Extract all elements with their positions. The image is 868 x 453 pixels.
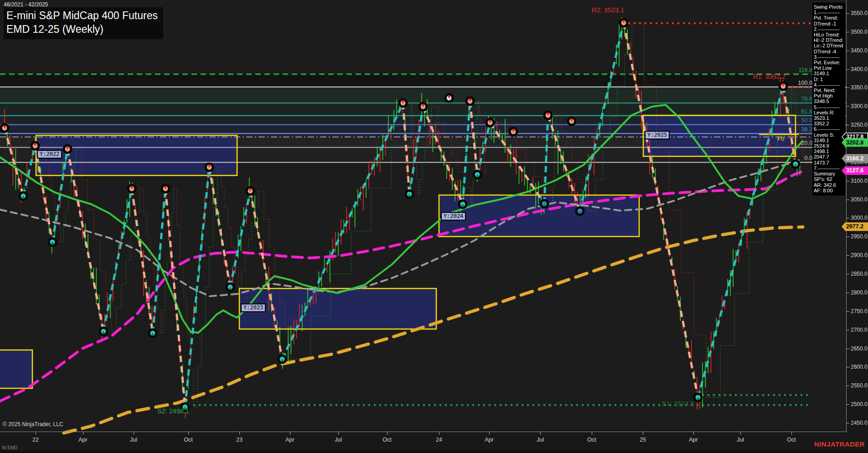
- swing-pivots-line: 3149.1: [812, 71, 845, 76]
- ninjatrader-window: { "header": { "date_range": "46/2021 - 4…: [0, 0, 868, 453]
- pivot-level-label: S1: 2524.9: [662, 400, 694, 407]
- time-tick-label: Jul: [328, 437, 348, 443]
- series-tag: W EMD: [2, 445, 17, 450]
- price-tick: [846, 423, 849, 423]
- price-tick-label: 2700.0: [851, 327, 868, 333]
- swing-pivots-line: AR: 342.6: [812, 182, 845, 188]
- bottom-strip: [0, 451, 868, 453]
- chart-canvas[interactable]: [0, 0, 868, 453]
- price-tick: [846, 69, 849, 70]
- price-badge: 3202.8: [842, 138, 868, 147]
- price-tick-label: 2950.0: [851, 233, 868, 240]
- price-tick-label: 3400.0: [851, 66, 868, 72]
- price-tick-label: 3350.0: [851, 84, 868, 91]
- price-tick: [846, 293, 849, 293]
- contract-title: EMD 12-25 (Weekly): [6, 22, 158, 36]
- price-badge-value: 3202.8: [842, 139, 868, 146]
- pivot-level-label: R1: 3352.2: [753, 73, 785, 80]
- swing-pivots-line: 5.-------------: [812, 104, 845, 110]
- price-tick: [846, 218, 849, 218]
- time-tick: [36, 432, 36, 435]
- time-tick-label: 24: [429, 437, 449, 443]
- time-tick: [439, 432, 439, 435]
- time-tick-label: 25: [633, 437, 653, 443]
- swing-pivots-line: HiLo Trend:: [812, 32, 845, 37]
- swing-pivots-line: AF: 8.00: [812, 188, 845, 193]
- swing-pivots-line: Summary: [812, 171, 845, 176]
- swing-pivots-line: Pvt. Trend:: [812, 15, 845, 21]
- price-badge-value: 3127.6: [842, 167, 868, 174]
- price-tick-label: 3300.0: [851, 103, 868, 109]
- time-tick: [134, 432, 134, 435]
- time-tick: [387, 432, 388, 435]
- swing-pivots-line: Pvt. Next:: [812, 88, 845, 93]
- time-tick-label: Jul: [730, 437, 750, 443]
- year-range-label: Y:2022: [37, 150, 62, 159]
- swing-pivots-line: 4.-------------: [812, 82, 845, 88]
- swing-pivots-line: Pvt. Evolve:: [812, 60, 845, 65]
- price-tick-label: 2550.0: [851, 382, 868, 389]
- price-tick-label: 2850.0: [851, 271, 868, 277]
- swing-pivots-line: 3348.5: [812, 98, 845, 104]
- swing-pivots-line: SP's: 62: [812, 176, 845, 182]
- time-tick: [83, 432, 83, 435]
- price-tick-label: 3050.0: [851, 196, 868, 203]
- swing-pivots-line: 3.-------------: [812, 54, 845, 60]
- year-range-box: [0, 350, 32, 388]
- swing-pivots-line: 6.-------------: [812, 126, 845, 132]
- price-badge: 3127.6: [842, 166, 868, 175]
- price-tick: [846, 349, 849, 349]
- time-tick-label: Apr: [479, 437, 499, 443]
- swing-pivots-line: Levels R:: [812, 110, 845, 115]
- swing-pivots-line: Pvt High: [812, 93, 845, 98]
- time-tick-label: Apr: [280, 437, 300, 443]
- copyright-text: © 2025 NinjaTrader, LLC: [3, 421, 63, 427]
- swing-pivots-line: 7.-------------: [812, 165, 845, 171]
- swing-pivots-line: Pvt Low: [812, 65, 845, 71]
- fib-band: [0, 74, 846, 87]
- time-tick-label: Jul: [124, 437, 144, 443]
- price-badge: 2977.2: [842, 222, 868, 231]
- swing-pivots-line: 2498.1: [812, 149, 845, 154]
- year-range-label: Y:2025: [645, 131, 670, 139]
- year-range-box: [439, 195, 639, 237]
- time-tick: [239, 432, 240, 435]
- price-badge-value: 2977.2: [842, 223, 868, 230]
- swing-pivots-line: 1.-------------: [812, 10, 845, 15]
- time-tick: [592, 432, 592, 435]
- price-tick-label: 3250.0: [851, 122, 868, 128]
- price-tick-label: 3550.0: [851, 10, 868, 16]
- price-badge: 3160.2: [842, 154, 868, 163]
- swing-pivots-line: 3149.1: [812, 138, 845, 143]
- time-tick-label: Jul: [530, 437, 550, 443]
- price-tick-label: 3450.0: [851, 47, 868, 54]
- swing-pivots-panel: Swing Pivots1.-------------Pvt. Trend:DT…: [812, 3, 845, 196]
- price-badge-value: 3160.2: [842, 155, 868, 162]
- time-tick-label: Apr: [73, 437, 93, 443]
- time-axis-line: [0, 432, 847, 432]
- price-tick: [846, 32, 849, 32]
- pivot-level-label: R2: 3523.1: [592, 6, 624, 14]
- price-tick: [846, 13, 849, 14]
- swing-pivots-line: Lo:-2 DTrend: [812, 43, 845, 48]
- time-tick: [489, 432, 490, 435]
- time-tick-label: Apr: [683, 437, 703, 443]
- swing-pivots-line: Hi:-2 DTrend: [812, 37, 845, 43]
- swing-pivots-line: 3352.2: [812, 121, 845, 126]
- date-range: 46/2021 - 42/2025: [4, 1, 48, 8]
- price-tick: [846, 330, 849, 330]
- swing-pivots-line: 2.-------------: [812, 26, 845, 32]
- price-tick: [846, 51, 849, 51]
- f0-label: F0: [777, 135, 784, 142]
- price-tick: [846, 386, 849, 386]
- instrument-title: E-mini S&P MidCap 400 Futures: [6, 9, 158, 22]
- time-tick: [791, 432, 792, 435]
- time-tick: [540, 432, 541, 435]
- price-tick: [846, 237, 849, 237]
- price-tick-label: 2750.0: [851, 308, 868, 314]
- price-tick: [846, 404, 849, 405]
- pivot-level-label: S2: 2498.1: [157, 407, 189, 415]
- price-tick-label: 2900.0: [851, 252, 868, 258]
- swing-pivots-line: Swing Pivots: [812, 4, 845, 10]
- title-block: E-mini S&P MidCap 400 Futures EMD 12-25 …: [4, 7, 163, 39]
